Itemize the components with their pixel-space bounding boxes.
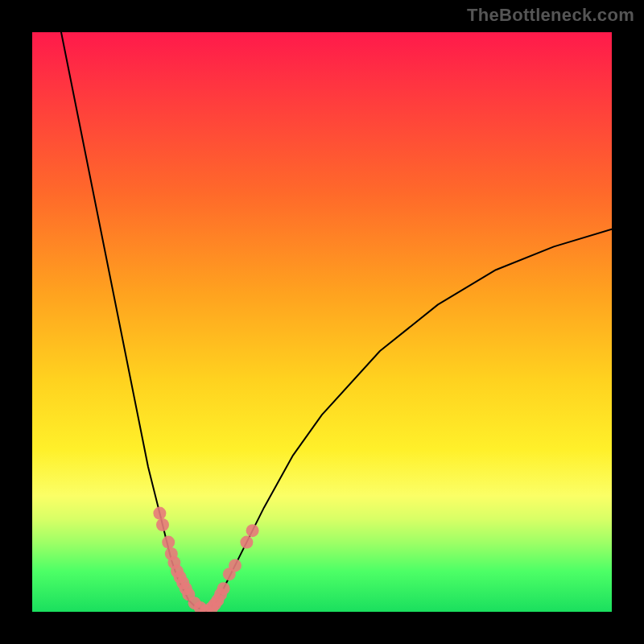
overlay-dots: [153, 507, 258, 612]
plot-area: [32, 32, 612, 612]
watermark-label: TheBottleneck.com: [467, 5, 634, 26]
chart-svg: [32, 32, 612, 612]
overlay-dot: [229, 559, 242, 572]
series-right-branch: [206, 229, 612, 612]
overlay-dot: [162, 536, 175, 549]
overlay-dot: [246, 524, 259, 537]
overlay-dot: [156, 518, 169, 531]
chart-frame: TheBottleneck.com: [0, 0, 644, 644]
overlay-dot: [240, 536, 253, 549]
overlay-dot: [153, 507, 166, 520]
series-left-branch: [61, 32, 206, 612]
overlay-dot: [217, 582, 230, 595]
